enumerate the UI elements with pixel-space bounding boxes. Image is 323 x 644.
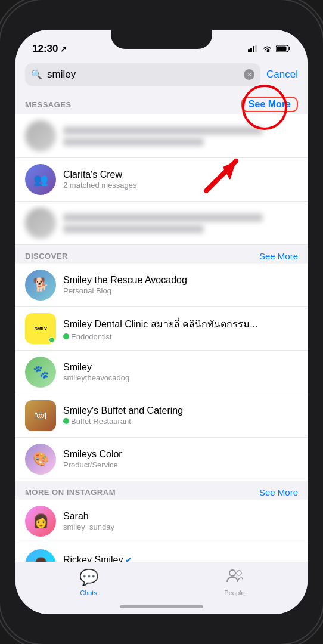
buffet-info: Smiley's Buffet and Catering Buffet Rest… [63,405,298,426]
instagram-section-header: MORE ON INSTAGRAM See More [15,481,308,500]
color-sub: Product/Service [63,460,298,469]
buffet-dot [63,418,69,424]
dental-avatar: SMILY [25,313,56,344]
discover-item-buffet[interactable]: 🍽 Smiley's Buffet and Catering Buffet Re… [15,394,308,438]
smiley-dog-name: Smiley [63,362,298,373]
color-info: Smileys Color Product/Service [63,449,298,469]
search-icon: 🔍 [31,69,42,80]
blurred-message-1[interactable] [15,114,308,158]
svg-rect-2 [253,46,254,52]
blurred-avatar-2 [25,208,56,239]
search-query: smiley [47,69,239,80]
blurred-text-1 [63,126,298,146]
clarita-avatar: 👥 [25,164,56,195]
phone-frame: 12:30 ↗ [0,0,323,644]
tab-chats[interactable]: 💬 Chats [65,568,113,596]
content-area: MESSAGES See More 👥 Clarita's Crew 2 mat… [15,91,308,562]
sarah-info: Sarah smiley_sunday [63,511,298,531]
blur-line [63,213,263,222]
people-icon [226,568,243,587]
discover-see-more[interactable]: See More [259,251,298,261]
wifi-icon [262,44,272,55]
messages-section-header: MESSAGES See More [15,91,308,114]
svg-point-8 [237,571,241,575]
smiley-dog-sub: smileytheavocadog [63,373,298,382]
dental-name: Smiley Dental Clinic สมายลี่ คลินิกทันตก… [63,317,298,332]
notch [111,30,212,49]
blurred-text-2 [63,213,298,233]
signal-icon [248,45,259,54]
discover-item-smiley[interactable]: 🐾 Smiley smileytheavocadog [15,351,308,394]
sarah-sub: smiley_sunday [63,522,298,531]
blur-line [63,225,204,233]
message-clarita[interactable]: 👥 Clarita's Crew 2 matched messages [15,158,308,202]
messages-section-title: MESSAGES [25,100,72,109]
chats-label: Chats [80,589,97,596]
svg-rect-5 [289,47,291,50]
search-bar[interactable]: 🔍 smiley ✕ [25,63,260,86]
chats-icon: 💬 [79,568,98,587]
dental-online-dot [49,337,55,343]
status-time: 12:30 ↗ [32,43,67,55]
verified-badge: ✔ [125,555,132,562]
phone-screen: 12:30 ↗ [15,30,308,614]
messages-see-more[interactable]: See More [241,97,298,112]
time-display: 12:30 [32,43,58,55]
instagram-item-sarah[interactable]: 👩 Sarah smiley_sunday [15,500,308,543]
rickey-name: Rickey Smiley ✔ [63,555,298,562]
sarah-avatar: 👩 [25,506,56,537]
rescue-info: Smiley the Rescue Avocadog Personal Blog [63,275,298,295]
search-container: 🔍 smiley ✕ Cancel [15,58,308,91]
clarita-info: Clarita's Crew 2 matched messages [63,169,298,190]
svg-rect-3 [255,45,257,52]
rescue-name: Smiley the Rescue Avocadog [63,275,298,286]
dental-sub-dot [63,333,69,339]
blur-line [63,138,204,146]
rescue-avatar: 🐕 [25,270,56,301]
rickey-info: Rickey Smiley ✔ rickeysmileyofficial [63,555,298,562]
buffet-sub: Buffet Restaurant [63,417,298,426]
status-icons [248,44,291,55]
svg-rect-6 [277,47,287,51]
sarah-name: Sarah [63,511,298,522]
battery-icon [276,44,291,55]
discover-section-title: DISCOVER [25,252,68,261]
discover-item-dental[interactable]: SMILY Smiley Dental Clinic สมายลี่ คลินิ… [15,307,308,351]
tab-people[interactable]: People [211,568,259,596]
discover-item-color[interactable]: 🎨 Smileys Color Product/Service [15,438,308,481]
clarita-name: Clarita's Crew [63,169,298,180]
discover-item-rescue[interactable]: 🐕 Smiley the Rescue Avocadog Personal Bl… [15,264,308,307]
people-label: People [224,589,244,596]
location-icon: ↗ [60,45,67,54]
svg-rect-0 [248,49,250,52]
instagram-section-title: MORE ON INSTAGRAM [25,488,116,497]
svg-point-7 [229,570,235,576]
search-clear-button[interactable]: ✕ [244,69,254,80]
clarita-sub: 2 matched messages [63,181,298,190]
dental-info: Smiley Dental Clinic สมายลี่ คลินิกทันตก… [63,317,298,341]
buffet-avatar: 🍽 [25,400,56,431]
blurred-avatar-1 [25,120,56,151]
instagram-item-rickey-verified[interactable]: 👨 Rickey Smiley ✔ rickeysmileyofficial [15,543,308,562]
rickey-avatar: 👨 [25,549,56,562]
smiley-dog-info: Smiley smileytheavocadog [63,362,298,382]
svg-rect-1 [250,48,252,52]
color-name: Smileys Color [63,449,298,460]
discover-section-header: DISCOVER See More [15,245,308,264]
rescue-sub: Personal Blog [63,286,298,295]
home-indicator [120,605,203,608]
blur-line [63,126,263,135]
instagram-see-more[interactable]: See More [259,487,298,497]
cancel-button[interactable]: Cancel [266,69,298,80]
blurred-message-2[interactable] [15,202,308,245]
buffet-name: Smiley's Buffet and Catering [63,405,298,416]
smiley-dog-avatar: 🐾 [25,357,56,388]
dental-sub: Endodontist [63,332,298,341]
color-avatar: 🎨 [25,444,56,475]
